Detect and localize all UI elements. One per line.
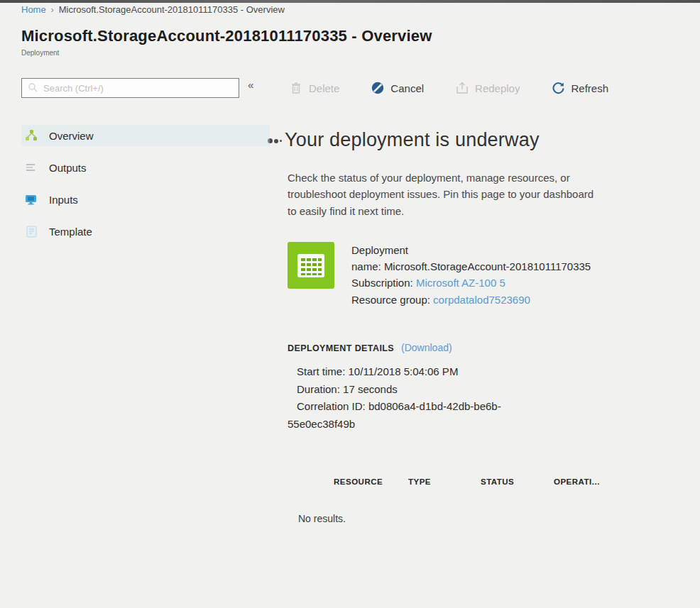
refresh-button-label: Refresh [571, 82, 608, 94]
sidebar-item-label: Overview [49, 130, 94, 142]
delete-button-label: Delete [309, 82, 339, 94]
correlation-id-row: Correlation ID: bd0806a4-d1bd-42db-be6b-… [288, 398, 564, 433]
page-subtitle: Deployment [21, 49, 686, 57]
deployment-type: Deployment [351, 242, 593, 258]
deployment-status-description: Check the status of your deployment, man… [288, 170, 603, 219]
breadcrumb-current: Microsoft.StorageAccount-20181011170335 … [59, 4, 285, 15]
deployment-name-label: name: [351, 260, 381, 272]
resource-group-label: Resource group: [351, 294, 430, 306]
deployment-details-section: DEPLOYMENT DETAILS (Download) Start time… [288, 342, 679, 433]
redeploy-button: Redeploy [455, 81, 520, 95]
resources-table-header: RESOURCE TYPE STATUS OPERATI... [288, 477, 679, 492]
refresh-icon [551, 81, 565, 95]
sidebar-search-row: « [21, 78, 288, 98]
cancel-icon [371, 81, 385, 95]
redeploy-upload-icon [455, 81, 469, 95]
search-box[interactable] [21, 78, 239, 98]
command-bar: Delete Cancel Redeploy [288, 78, 679, 95]
deployment-details-title: DEPLOYMENT DETAILS [288, 343, 394, 353]
template-icon [25, 225, 38, 238]
page-title: Microsoft.StorageAccount-20181011170335 … [21, 27, 686, 45]
column-operation-details[interactable]: OPERATI... [554, 477, 600, 486]
azure-deployment-overview-page: Home › Microsoft.StorageAccount-20181011… [0, 0, 700, 608]
overview-icon [25, 129, 38, 142]
delete-button: Delete [289, 81, 339, 95]
sidebar-item-overview[interactable]: Overview [21, 125, 270, 146]
breadcrumb: Home › Microsoft.StorageAccount-20181011… [21, 4, 686, 15]
window-top-edge [0, 0, 700, 3]
column-status[interactable]: STATUS [481, 477, 514, 486]
page-header: Home › Microsoft.StorageAccount-20181011… [21, 4, 686, 57]
resource-group-link[interactable]: corpdatalod7523690 [433, 294, 530, 306]
inputs-icon [25, 193, 38, 206]
sidebar-item-outputs[interactable]: Outputs [21, 157, 270, 178]
trash-icon [289, 81, 303, 95]
sidebar: « Overview Outputs [0, 71, 288, 608]
deployment-resource-icon [288, 242, 334, 289]
column-resource[interactable]: RESOURCE [334, 477, 383, 486]
sidebar-item-template[interactable]: Template [21, 221, 270, 242]
deployment-name-value: Microsoft.StorageAccount-20181011170335 [384, 260, 591, 272]
refresh-button[interactable]: Refresh [551, 81, 608, 95]
body-row: « Overview Outputs [0, 71, 700, 608]
subscription-label: Subscription: [351, 277, 413, 289]
sidebar-nav: Overview Outputs Inputs [21, 125, 288, 242]
deployment-name-row: name: Microsoft.StorageAccount-201810111… [351, 258, 593, 275]
breadcrumb-home-link[interactable]: Home [21, 4, 46, 15]
sidebar-item-label: Template [49, 226, 92, 238]
search-input[interactable] [22, 79, 239, 97]
duration-value: 17 seconds [343, 383, 398, 395]
start-time-row: Start time: 10/11/2018 5:04:06 PM [288, 363, 564, 381]
sidebar-item-label: Inputs [49, 194, 78, 206]
deployment-status-hero: Your deployment is underway [288, 129, 679, 151]
column-type[interactable]: TYPE [408, 477, 431, 486]
deployment-details-rows: Start time: 10/11/2018 5:04:06 PM Durati… [288, 363, 564, 433]
cancel-button-label: Cancel [390, 82, 424, 94]
duration-row: Duration: 17 seconds [288, 381, 564, 399]
start-time-label: Start time: [297, 365, 345, 377]
subscription-row: Subscription: Microsoft AZ-100 5 [351, 275, 593, 291]
deployment-details-header: DEPLOYMENT DETAILS (Download) [288, 342, 679, 353]
sidebar-item-inputs[interactable]: Inputs [21, 189, 270, 210]
collapse-sidebar-icon[interactable]: « [248, 78, 253, 90]
search-icon [28, 82, 38, 95]
redeploy-button-label: Redeploy [475, 82, 520, 94]
resource-group-row: Resource group: corpdatalod7523690 [351, 292, 593, 308]
main-content: Delete Cancel Redeploy [288, 71, 700, 608]
download-link[interactable]: (Download) [401, 342, 452, 353]
subscription-link[interactable]: Microsoft AZ-100 5 [416, 277, 505, 289]
duration-label: Duration: [297, 383, 340, 395]
deployment-summary-card: Deployment name: Microsoft.StorageAccoun… [288, 242, 679, 308]
correlation-id-label: Correlation ID: [297, 400, 366, 412]
table-empty-state: No results. [288, 513, 679, 524]
breadcrumb-separator: › [51, 5, 54, 15]
cancel-button[interactable]: Cancel [371, 81, 424, 95]
sidebar-item-label: Outputs [49, 162, 87, 174]
start-time-value: 10/11/2018 5:04:06 PM [349, 365, 459, 377]
deployment-status-heading: Your deployment is underway [285, 129, 540, 151]
deployment-summary-text: Deployment name: Microsoft.StorageAccoun… [351, 242, 593, 308]
outputs-icon [25, 161, 38, 174]
